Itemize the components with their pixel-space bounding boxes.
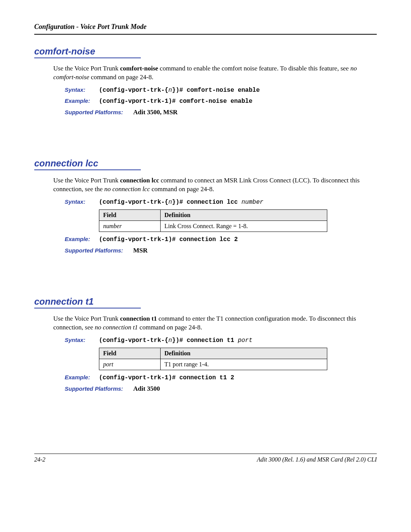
section-comfort-noise: comfort-noise Use the Voice Port Trunk c… <box>34 46 377 116</box>
syntax-label: Syntax: <box>65 337 99 343</box>
example-label: Example: <box>65 374 99 380</box>
example-code: (config-vport-trk-1)# comfort-noise enab… <box>99 98 252 105</box>
platforms-label: Supported Platforms: <box>65 247 133 254</box>
footer-row: 24-2 Adit 3000 (Rel. 1.6) and MSR Card (… <box>34 456 377 463</box>
section-title: comfort-noise <box>34 46 377 57</box>
definition-cell: T1 port range 1-4. <box>161 359 327 370</box>
definition-header: Definition <box>161 348 327 359</box>
section-title: connection t1 <box>34 296 377 307</box>
syntax-label: Syntax: <box>65 86 99 93</box>
table-row: port T1 port range 1-4. <box>99 359 327 370</box>
intro-text: Use the Voice Port Trunk comfort-noise c… <box>53 64 377 82</box>
example-row: Example: (config-vport-trk-1)# comfort-n… <box>65 97 377 105</box>
intro-prefix: Use the Voice Port Trunk <box>53 177 120 184</box>
syntax-code: (config-vport-trk-{n})# connection lcc n… <box>99 199 263 206</box>
section-rule <box>34 58 141 58</box>
footer-rule <box>34 454 377 454</box>
footer-product: Adit 3000 (Rel. 1.6) and MSR Card (Rel 2… <box>257 456 377 463</box>
syntax-row: Syntax: (config-vport-trk-{n})# connecti… <box>65 337 377 344</box>
example-row: Example: (config-vport-trk-1)# connectio… <box>65 374 377 381</box>
syntax-prefix: (config-vport-trk-{ <box>99 337 168 344</box>
syntax-arg: number <box>241 199 263 206</box>
section-rule <box>34 169 141 170</box>
platforms-row: Supported Platforms: Adit 3500 <box>65 385 377 393</box>
table-header-row: Field Definition <box>99 348 327 359</box>
intro-text: Use the Voice Port Trunk connection t1 c… <box>53 315 377 332</box>
definition-header: Definition <box>161 209 327 220</box>
intro-text: Use the Voice Port Trunk connection lcc … <box>53 176 377 194</box>
syntax-prefix: (config-vport-trk-{ <box>99 87 168 94</box>
section-connection-lcc: connection lcc Use the Voice Port Trunk … <box>34 158 377 254</box>
platforms-row: Supported Platforms: Adit 3500, MSR <box>65 109 377 116</box>
field-cell: number <box>99 220 161 232</box>
syntax-code: (config-vport-trk-{n})# comfort-noise en… <box>99 87 260 94</box>
syntax-label: Syntax: <box>65 198 99 205</box>
platforms-label: Supported Platforms: <box>65 385 133 392</box>
syntax-row: Syntax: (config-vport-trk-{n})# connecti… <box>65 198 377 206</box>
example-code: (config-vport-trk-1)# connection t1 2 <box>99 374 234 381</box>
table-header-row: Field Definition <box>99 209 327 220</box>
syntax-var: n <box>168 87 172 94</box>
intro-prefix: Use the Voice Port Trunk <box>53 315 120 322</box>
intro-italic: no connection lcc <box>104 185 150 193</box>
platforms-value: Adit 3500 <box>133 385 160 393</box>
section-connection-t1: connection t1 Use the Voice Port Trunk c… <box>34 296 377 393</box>
syntax-suffix: })# connection lcc <box>172 199 241 206</box>
intro-suffix: command on page 24-8. <box>89 73 153 81</box>
field-table: Field Definition port T1 port range 1-4. <box>99 348 327 370</box>
syntax-arg: port <box>238 337 252 344</box>
section-title: connection lcc <box>34 158 377 169</box>
page-header-title: Configuration - Voice Port Trunk Mode <box>34 23 377 31</box>
intro-mid: command to enable the comfort noise feat… <box>158 65 350 72</box>
platforms-value: MSR <box>133 247 148 254</box>
field-header: Field <box>99 348 161 359</box>
intro-italic: no connection t1 <box>95 324 138 331</box>
example-code: (config-vport-trk-1)# connection lcc 2 <box>99 236 238 243</box>
intro-bold: connection lcc <box>120 177 159 184</box>
syntax-row: Syntax: (config-vport-trk-{n})# comfort-… <box>65 86 377 94</box>
field-table: Field Definition number Link Cross Conne… <box>99 209 327 232</box>
example-label: Example: <box>65 236 99 242</box>
intro-prefix: Use the Voice Port Trunk <box>53 65 120 72</box>
syntax-var: n <box>168 199 172 206</box>
syntax-suffix: })# connection t1 <box>172 337 238 344</box>
header-rule <box>34 34 377 35</box>
platforms-label: Supported Platforms: <box>65 109 133 115</box>
field-cell: port <box>99 359 161 370</box>
page-footer: 24-2 Adit 3000 (Rel. 1.6) and MSR Card (… <box>34 454 377 463</box>
syntax-prefix: (config-vport-trk-{ <box>99 199 168 206</box>
example-label: Example: <box>65 97 99 104</box>
syntax-suffix: })# comfort-noise enable <box>172 87 260 94</box>
intro-suffix: command on page 24-8. <box>150 185 214 193</box>
intro-bold: comfort-noise <box>120 65 158 72</box>
syntax-code: (config-vport-trk-{n})# connection t1 po… <box>99 337 252 344</box>
intro-suffix: command on page 24-8. <box>138 324 202 331</box>
footer-page-number: 24-2 <box>34 456 45 463</box>
field-header: Field <box>99 209 161 220</box>
syntax-var: n <box>168 337 172 344</box>
platforms-value: Adit 3500, MSR <box>133 109 178 116</box>
section-rule <box>34 308 141 308</box>
intro-bold: connection t1 <box>120 315 157 322</box>
table-row: number Link Cross Connect. Range = 1-8. <box>99 220 327 232</box>
platforms-row: Supported Platforms: MSR <box>65 247 377 254</box>
definition-cell: Link Cross Connect. Range = 1-8. <box>161 220 327 232</box>
example-row: Example: (config-vport-trk-1)# connectio… <box>65 236 377 243</box>
